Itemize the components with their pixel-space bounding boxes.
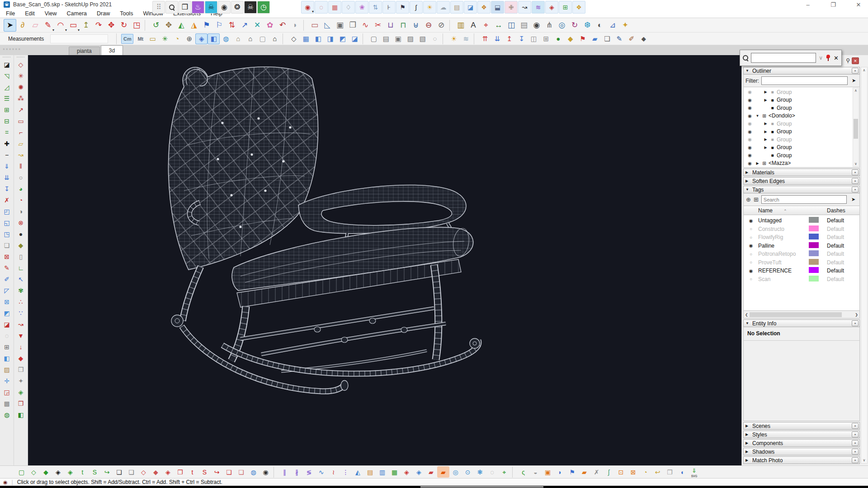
color-swatch[interactable] xyxy=(809,250,819,256)
pan-icon[interactable]: ✥ xyxy=(162,19,175,32)
half-red-icon[interactable]: ◪ xyxy=(1,319,13,330)
vertex-burst-icon[interactable]: ✳ xyxy=(15,70,27,81)
style-xray-icon[interactable]: ◌ xyxy=(429,33,441,44)
dots-purple-icon[interactable]: ⋮ xyxy=(340,466,352,478)
vertex-arrows-icon[interactable]: ⇅ xyxy=(369,1,382,14)
tag-row[interactable]: ◉UntaggedDefault xyxy=(744,216,859,225)
cloud-icon[interactable]: ☁ xyxy=(437,1,450,14)
pencil-blue-icon[interactable]: ✎ xyxy=(613,33,625,44)
flower-pink-icon[interactable]: ✿ xyxy=(264,19,276,32)
sphere-red-icon[interactable]: ◔ xyxy=(15,194,27,206)
house-plain-icon[interactable]: ⌂ xyxy=(244,33,256,44)
chevron-right-icon[interactable]: ▶ xyxy=(763,122,768,126)
curl-green-icon[interactable]: ς xyxy=(517,466,529,478)
shield-pink-icon[interactable]: ✙ xyxy=(505,1,518,14)
scroll-down-icon[interactable]: ∨ xyxy=(854,162,857,166)
style-textured-icon[interactable]: ▨ xyxy=(404,33,416,44)
outliner-item[interactable]: ◉▶■Group xyxy=(746,136,851,144)
outliner-item[interactable]: ◉▶■Group xyxy=(746,96,851,104)
material-book-icon[interactable]: ▤ xyxy=(450,1,463,14)
solid-outer-icon[interactable]: ⊓ xyxy=(397,19,410,32)
measurements-input[interactable] xyxy=(50,34,108,43)
sketchup-logo-icon[interactable]: ❂ xyxy=(231,1,244,14)
solid-union-icon[interactable]: ⊔ xyxy=(384,19,397,32)
tray-close-button[interactable]: ✕ xyxy=(852,57,859,64)
tape-roll-icon[interactable]: ↩ xyxy=(651,466,664,478)
add-tag-folder-icon[interactable]: ⊞ xyxy=(754,196,759,203)
name-column-header[interactable]: Name ^ xyxy=(758,207,809,214)
panel-header-components[interactable]: ▶Components× xyxy=(743,439,860,447)
orbit-icon[interactable]: ↺ xyxy=(150,19,162,32)
tag-swatch-cell[interactable] xyxy=(809,217,827,224)
eye-hidden-icon[interactable]: ○ xyxy=(744,252,758,257)
list-bars-icon[interactable]: ☰ xyxy=(1,93,13,104)
close-icon[interactable]: × xyxy=(852,320,859,326)
toolbar-grid-icon[interactable]: ⠿ xyxy=(152,1,165,14)
maximize-restore-button[interactable]: ❐ xyxy=(830,1,836,8)
sphere-x-icon[interactable]: ⊗ xyxy=(15,217,27,228)
visibility-eye-icon[interactable]: ◉ xyxy=(746,98,754,103)
export-bars-icon[interactable]: ⇊ xyxy=(1,172,13,183)
close-icon[interactable]: × xyxy=(852,169,859,175)
curve-swoosh-icon[interactable]: ∫ xyxy=(410,1,423,14)
sand-texture-icon[interactable]: ▨ xyxy=(1,364,13,375)
scale-icon[interactable]: ◳ xyxy=(130,19,143,32)
select-icon[interactable]: ➤ xyxy=(4,19,16,32)
close-icon[interactable]: × xyxy=(852,457,859,463)
pencil-brown-icon[interactable]: ✐ xyxy=(625,33,637,44)
add-tag-icon[interactable]: ⊕ xyxy=(746,196,751,203)
draw-diag-icon[interactable]: ↗ xyxy=(238,19,251,32)
cube-dark-icon[interactable]: ◈ xyxy=(52,466,64,478)
style-hidden-icon[interactable]: ▤ xyxy=(380,33,392,44)
style-shaded-icon[interactable]: ▣ xyxy=(392,33,404,44)
sphere-green-icon[interactable]: ◕ xyxy=(15,183,27,194)
camera-icon[interactable]: ◉ xyxy=(530,19,543,32)
drop-blue-icon[interactable]: ↧ xyxy=(1,183,13,194)
ring-dot-icon[interactable]: ⊙ xyxy=(462,466,474,478)
select-face-icon[interactable]: ◪ xyxy=(1,59,13,70)
axes-icon[interactable]: ⌖ xyxy=(480,19,492,32)
axes-tool-icon[interactable]: ✳ xyxy=(159,33,171,44)
solid-subtract-icon[interactable]: ⊖ xyxy=(422,19,435,32)
chevron-right-icon[interactable]: ▶ xyxy=(763,145,768,150)
eye-hidden-icon[interactable]: ○ xyxy=(744,260,758,265)
color-swatch[interactable] xyxy=(809,276,819,282)
outliner-item[interactable]: ◉■Group xyxy=(746,151,851,160)
outliner-item[interactable]: ◉▶■Group xyxy=(746,88,851,96)
axes-corner-icon[interactable]: ∟ xyxy=(15,262,27,273)
color-swatch[interactable] xyxy=(809,234,819,239)
scroll-thumb[interactable] xyxy=(854,119,858,139)
bezier-red-dots-icon[interactable]: ∴ xyxy=(15,296,27,307)
push-pull-icon[interactable]: ↥ xyxy=(80,19,92,32)
chevron-down-icon[interactable]: ∨ xyxy=(819,55,823,61)
cube-red-icon[interactable]: ◈ xyxy=(162,466,174,478)
grow-selection-icon[interactable]: ◹ xyxy=(1,70,13,81)
history-clock-icon[interactable]: ◷ xyxy=(257,1,270,14)
look-around-icon[interactable]: ◎ xyxy=(556,19,568,32)
half-green-icon[interactable]: ◧ xyxy=(15,409,27,420)
undo-red-icon[interactable]: ↶ xyxy=(276,19,289,32)
flag-blue2-icon[interactable]: ⚑ xyxy=(566,466,578,478)
drop-down-icon[interactable]: ↧ xyxy=(515,33,528,44)
diamond-green-icon[interactable]: ◆ xyxy=(40,466,52,478)
box-tool-icon[interactable]: ▭ xyxy=(308,19,321,32)
tag-swatch-cell[interactable] xyxy=(809,267,827,274)
trash-bin-icon[interactable]: ⬓ xyxy=(491,1,504,14)
tag-dashes[interactable]: Default xyxy=(827,234,859,240)
arrows-up-icon[interactable]: ⇈ xyxy=(479,33,491,44)
grid-box-icon[interactable]: ⊞ xyxy=(540,33,552,44)
outliner-scrollbar[interactable]: ∧ ∨ xyxy=(853,88,859,167)
chevron-right-icon[interactable]: ▶ xyxy=(763,98,768,102)
close-icon[interactable]: × xyxy=(852,432,859,437)
colored-cube-icon[interactable]: ◈ xyxy=(545,1,558,14)
outliner-item[interactable]: ◉■Group xyxy=(746,104,851,112)
toolbar-grip[interactable]: •••••• xyxy=(3,56,11,59)
menu-file[interactable]: File xyxy=(1,10,20,17)
eraser-icon[interactable]: ▱ xyxy=(29,19,42,32)
flag-blue-icon[interactable]: ⚑ xyxy=(200,19,213,32)
spark-gray-icon[interactable]: ✦ xyxy=(15,375,27,386)
s-green-icon[interactable]: S xyxy=(89,466,101,478)
tag-swatch-cell[interactable] xyxy=(809,234,827,241)
slashes-purple-icon[interactable]: ∦ xyxy=(291,466,303,478)
tags-search-input[interactable] xyxy=(761,195,847,204)
